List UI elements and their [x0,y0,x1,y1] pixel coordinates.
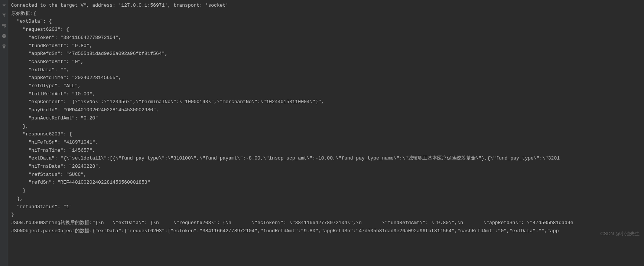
console-line: "cashRefdAmt": "0", [11,58,641,66]
wrap-text-icon[interactable] [1,23,7,29]
console-line: "ecToken": "384116642778972104", [11,34,641,42]
console-gutter [0,0,8,266]
console-line: "hiTrnsTime": "145657", [11,147,641,155]
console-line: } [11,187,641,195]
console-line: JSONObject.parseObject的数据:{"extData":{"r… [11,227,641,235]
console-line: JSON.toJSONString转换后的数据:"{\n \"extData\"… [11,219,641,227]
console-line: 原始数据:{ [11,10,641,18]
console-line: "extData": "", [11,66,641,74]
console-line: "response6203": { [11,130,641,138]
console-line: "psnAcctRefdAmt": "0.20" [11,114,641,122]
console-line: "appRefdTime": "20240228145655", [11,74,641,82]
print-icon[interactable] [1,33,7,39]
console-line: "refdSn": "REF44010020240228145656000185… [11,178,641,187]
watermark-text: CSDN @小池先生 [600,230,640,237]
console-line: "payOrdId": "ORD440100202402281454530002… [11,106,641,114]
console-line: "refStatus": "SUCC", [11,171,641,179]
console-line: Connected to the target VM, address: '12… [11,1,641,10]
console-line: "hiFefdSn": "418971041", [11,138,641,147]
console-line: "totlRefdAmt": "10.00", [11,90,641,98]
console-output[interactable]: Connected to the target VM, address: '12… [8,0,644,266]
trash-icon[interactable] [1,43,7,49]
console-line: "refdType": "ALL", [11,82,641,90]
console-line: "hiTrnsDate": "20240228", [11,162,641,171]
console-line: }, [11,122,641,131]
console-line: "refundStatus": "1" [11,203,641,211]
arrow-down-icon[interactable] [1,2,7,8]
console-line: } [11,211,641,219]
filter-icon[interactable] [1,12,7,18]
console-line: }, [11,195,641,203]
console-line: "appRefdSn": "47d505b81dad9e26a092a96fbf… [11,50,641,58]
console-line: "request6203": { [11,26,641,34]
console-line: "expContent": "{\"isvNo\":\"123456\",\"t… [11,98,641,106]
console-line: "extData": { [11,17,641,26]
console-line: "fundRefdAmt": "9.80", [11,42,641,50]
console-line: "extData": "{\"setldetail\":[{\"fund_pay… [11,154,641,162]
